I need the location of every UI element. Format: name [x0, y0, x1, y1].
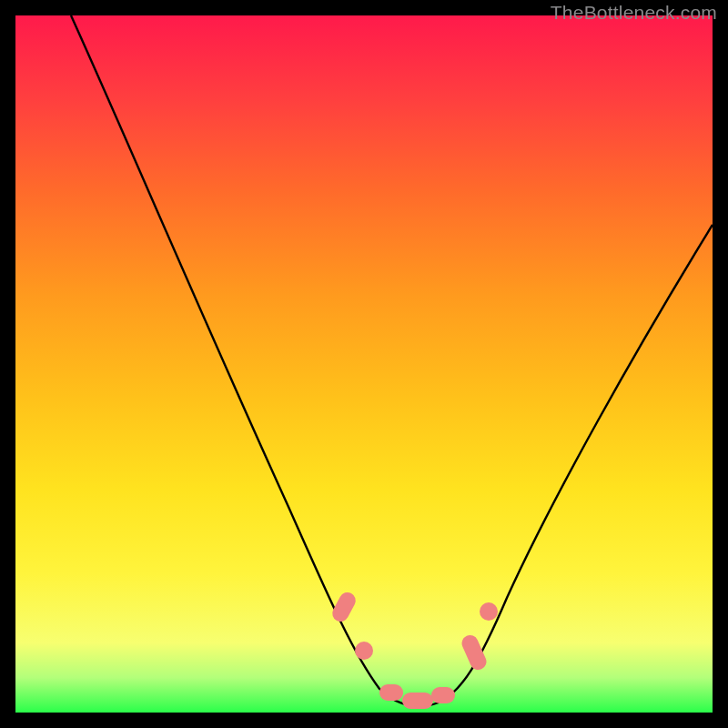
left-lower-marker	[355, 642, 373, 660]
chart-area	[15, 15, 713, 713]
valley-right-marker	[431, 687, 455, 703]
watermark-text: TheBottleneck.com	[551, 2, 717, 24]
bottleneck-curve	[71, 15, 713, 706]
bottleneck-chart-svg	[15, 15, 713, 713]
valley-center-marker	[402, 693, 433, 709]
valley-left-marker	[379, 684, 403, 701]
right-upper-marker	[480, 602, 498, 621]
right-lower-marker	[460, 632, 490, 672]
